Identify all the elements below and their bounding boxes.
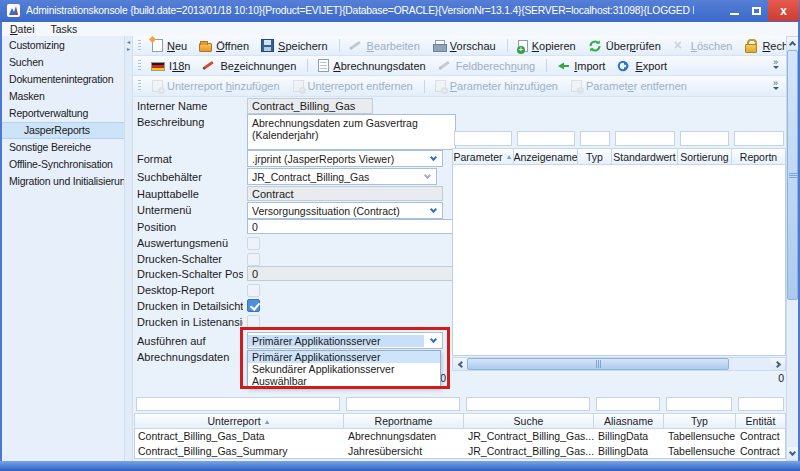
suchbehaelter-combo[interactable]: JR_Contract_Billing_Gas [247,168,437,185]
sidebar-item-offline-synchronisation[interactable]: Offline-Synchronisation [2,156,124,173]
kopieren-button[interactable]: Kopieren [513,39,582,53]
subreport-header-reportname[interactable]: Reportname [344,413,464,429]
param-header-standardwert[interactable]: Standardwert [612,148,678,165]
cell-entitaet: Contract [736,444,786,459]
drucken-schalter-checkbox[interactable] [247,253,260,266]
drucken-detailsicht-checkbox[interactable] [247,299,260,312]
dropdown-option-sekundaer[interactable]: Sekundärer Applikationsserver [248,363,440,375]
drucken-listenansicht-checkbox[interactable] [247,315,260,328]
ueberpruefen-button[interactable]: Überprüfen [584,38,667,54]
menu-tasks[interactable]: Tasks [51,23,78,35]
param-header-typ[interactable]: Typ [578,148,612,165]
toolbar-separator [339,39,340,52]
param-header-anzeigename[interactable]: Anzeigename [514,148,578,165]
param-filter-anzeigename[interactable] [517,131,575,146]
subreport-filter-suche[interactable] [466,397,590,411]
subreport-header-aliasname[interactable]: Aliasname [594,413,664,429]
unterreport-entfernen-button[interactable]: Unterreport entfernen [288,79,419,93]
auswertungsmenue-checkbox[interactable] [247,237,260,250]
ausfuehren-auf-combo[interactable]: Primärer Applikationsserver [247,332,443,349]
param-header-reportname[interactable]: Reportn [732,148,786,165]
sidebar-item-masken[interactable]: Masken [2,88,124,105]
subreport-filter-aliasname[interactable] [596,397,660,411]
param-filter-sortierung[interactable] [680,131,729,146]
param-hscrollbar[interactable] [452,357,786,371]
parameter-hinzufuegen-button[interactable]: Parameter hinzufügen [430,79,564,93]
format-combo[interactable]: .jrprint (JasperReports Viewer) [247,150,443,167]
subreport-table-row[interactable]: Contract_Billing_Gas_Summary Jahresübers… [134,444,786,459]
param-filter-typ[interactable] [580,131,610,146]
toolbar-grip[interactable] [138,60,141,72]
close-button[interactable]: x [768,0,799,21]
toolbar-grip[interactable] [138,40,141,52]
scroll-down-button[interactable] [787,447,798,460]
neu-button[interactable]: Neu [147,38,193,53]
position-input[interactable] [247,219,456,234]
subreport-header-typ[interactable]: Typ [664,413,736,429]
desktop-report-label: Desktop-Report [137,284,243,296]
i18n-button[interactable]: I18n [147,59,196,73]
subreport-header-entitaet[interactable]: Entität [736,413,786,429]
subreport-header-suche[interactable]: Suche [464,413,594,429]
thumb-grip-icon [596,360,601,368]
desktop-report-checkbox[interactable] [247,284,260,297]
titlebar[interactable]: Administrationskonsole {build.date=2013/… [0,0,800,22]
subreport-filter-typ[interactable] [666,397,732,411]
dropdown-option-auswaehlbar[interactable]: Auswählbar [248,375,440,387]
menu-datei[interactable]: Datei [10,23,35,35]
sidebar-item-suchen[interactable]: Suchen [2,54,124,71]
param-filter-parameter[interactable] [454,131,512,146]
save-icon [261,39,274,52]
vorschau-button[interactable]: Vorschau [428,38,502,54]
param-table-body[interactable] [452,165,786,356]
untermenue-combo[interactable]: Versorgungssituation (Contract) [247,202,443,219]
subreport-filter-unterreport[interactable] [136,397,340,411]
import-button[interactable]: Import [552,58,611,74]
beschreibung-textarea[interactable] [247,114,456,150]
combo-dropdown-button[interactable] [418,169,436,184]
bezeichnungen-button[interactable]: Bezeichnungen [198,58,302,74]
speichern-button[interactable]: Speichern [257,38,334,53]
dropdown-option-primaer[interactable]: Primärer Applikationsserver [248,351,440,363]
sidebar-item-sonstige-bereiche[interactable]: Sonstige Bereiche [2,139,124,156]
unterreport-hinzufuegen-button[interactable]: Unterreport hinzufügen [147,79,286,93]
toolbar-overflow-button[interactable]: » [769,80,782,93]
loeschen-button[interactable]: Löschen [669,38,739,54]
abrechnungsdaten-button[interactable]: Abrechnungsdaten [313,58,431,73]
toolbar-overflow-button[interactable]: » [769,59,782,72]
scroll-right-button[interactable] [771,358,785,370]
hscroll-thumb[interactable] [467,358,729,370]
param-filter-standardwert[interactable] [615,131,675,146]
subreport-header-unterreport[interactable]: Unterreport▲ [134,413,344,429]
feldberechnung-button[interactable]: Feldberechnung [434,58,542,74]
param-header-sortierung[interactable]: Sortierung [678,148,732,165]
auswertungsmenue-label: Auswertungsmenü [137,237,243,249]
sidebar-item-customizing[interactable]: Customizing [2,37,124,54]
sidebar-item-dokumentenintegration[interactable]: Dokumentenintegration [2,71,124,88]
sidebar-splitter[interactable]: ◂ ▸ [124,36,133,461]
vscroll-thumb[interactable] [787,50,798,300]
scroll-up-button[interactable] [787,37,798,50]
sidebar-item-reportverwaltung[interactable]: Reportverwaltung [2,105,124,122]
minimize-button[interactable] [724,0,744,21]
param-header-parameter[interactable]: Parameter▲ [452,148,514,165]
combo-dropdown-button[interactable] [424,333,442,348]
bearbeiten-button[interactable]: Bearbeiten [345,38,426,54]
splitter-collapse-left-icon[interactable]: ◂ [126,40,131,45]
scroll-left-button[interactable] [453,358,467,370]
combo-dropdown-button[interactable] [424,203,442,218]
export-button[interactable]: Export [613,58,673,74]
sidebar-item-migration-initialisierung[interactable]: Migration und Initialisierung [2,173,124,190]
splitter-collapse-right-icon[interactable]: ▸ [126,47,131,52]
toolbar-grip[interactable] [138,80,141,92]
param-filter-reportname[interactable] [734,131,784,146]
oeffnen-button[interactable]: Öffnen [195,38,255,53]
combo-dropdown-button[interactable] [424,151,442,166]
parameter-entfernen-button[interactable]: Parameter entfernen [566,79,693,93]
subreport-filter-entitaet[interactable] [738,397,784,411]
subreport-table-row[interactable]: Contract_Billing_Gas_Data Abrechnungsdat… [134,429,786,444]
cell-entitaet: Contract [736,429,786,444]
subreport-filter-reportname[interactable] [346,397,460,411]
sidebar-item-jasperreports[interactable]: JasperReports [2,122,124,139]
maximize-button[interactable] [746,0,766,21]
